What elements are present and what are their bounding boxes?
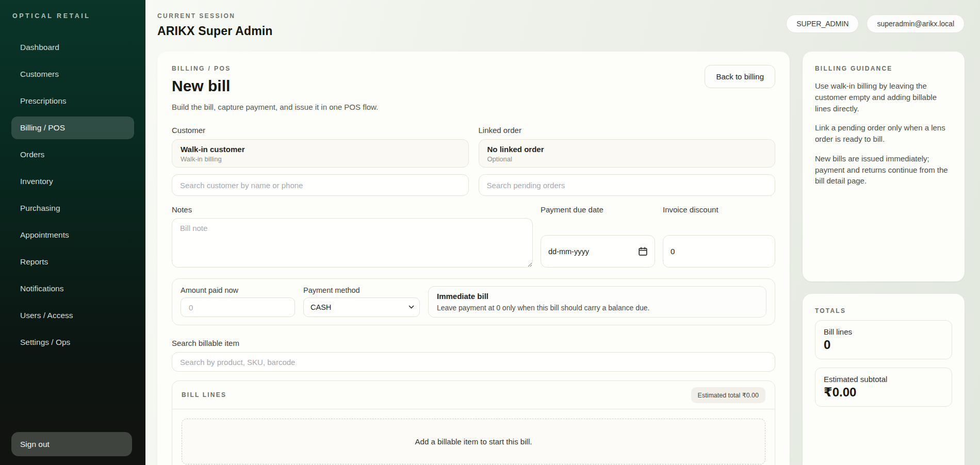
payment-method-select[interactable]: CASH xyxy=(303,297,420,317)
customer-selection-title: Walk-in customer xyxy=(181,145,460,154)
billing-pos-eyebrow: BILLING / POS xyxy=(172,65,378,72)
bill-lines-stat: Bill lines 0 xyxy=(815,320,952,359)
pending-orders-search-input[interactable] xyxy=(479,174,776,196)
notes-row: Notes Payment due date dd-mm-yyyy xyxy=(172,205,775,268)
guidance-paragraph: Use walk-in billing by leaving the custo… xyxy=(815,80,952,114)
payment-due-date-label: Payment due date xyxy=(541,205,655,214)
notes-label: Notes xyxy=(172,205,533,214)
guidance-paragraph: New bills are issued immediately; paymen… xyxy=(815,153,952,187)
linked-order-selection-subtitle: Optional xyxy=(487,155,767,163)
billable-item-search-input[interactable] xyxy=(172,352,775,372)
bill-lines-heading: BILL LINES xyxy=(182,391,226,398)
sidebar-item-prescriptions[interactable]: Prescriptions xyxy=(11,90,134,112)
due-date-column: Payment due date dd-mm-yyyy xyxy=(541,205,655,268)
linked-order-column: Linked order No linked order Optional xyxy=(479,126,776,196)
invoice-discount-column: Invoice discount xyxy=(663,205,775,268)
payment-method-select-wrap: CASH xyxy=(303,297,420,317)
sidebar-item-inventory[interactable]: Inventory xyxy=(11,170,134,193)
bill-lines-stat-label: Bill lines xyxy=(824,327,943,336)
bill-lines-header: BILL LINES Estimated total ₹0.00 xyxy=(172,381,775,409)
linked-order-label: Linked order xyxy=(479,126,776,135)
sidebar-item-dashboard[interactable]: Dashboard xyxy=(11,36,134,59)
sidebar-item-users-access[interactable]: Users / Access xyxy=(11,304,134,327)
totals-heading: TOTALS xyxy=(815,307,952,314)
invoice-discount-label: Invoice discount xyxy=(663,205,775,214)
customer-selection-subtitle: Walk-in billing xyxy=(181,155,460,163)
estimated-subtotal-stat: Estimated subtotal ₹0.00 xyxy=(815,368,952,407)
sidebar-item-reports[interactable]: Reports xyxy=(11,251,134,273)
guidance-paragraph: Link a pending order only when a lens or… xyxy=(815,122,952,145)
notes-column: Notes xyxy=(172,205,533,268)
right-column: BILLING GUIDANCE Use walk-in billing by … xyxy=(803,52,965,465)
amount-paid-input[interactable] xyxy=(181,297,295,317)
linked-order-selection-box[interactable]: No linked order Optional xyxy=(479,139,776,168)
sidebar: OPTICAL RETAIL Dashboard Customers Presc… xyxy=(0,0,145,465)
page-subtitle: Build the bill, capture payment, and iss… xyxy=(172,103,378,111)
customer-column: Customer Walk-in customer Walk-in billin… xyxy=(172,126,469,196)
customer-label: Customer xyxy=(172,126,469,135)
calendar-icon[interactable] xyxy=(639,247,647,256)
bill-note-textarea[interactable] xyxy=(172,218,533,268)
app-brand: OPTICAL RETAIL xyxy=(8,12,137,20)
sidebar-item-notifications[interactable]: Notifications xyxy=(11,277,134,300)
customer-selection-box[interactable]: Walk-in customer Walk-in billing xyxy=(172,139,469,168)
estimated-subtotal-stat-value: ₹0.00 xyxy=(824,385,943,400)
customer-search-input[interactable] xyxy=(172,174,469,196)
sidebar-item-appointments[interactable]: Appointments xyxy=(11,224,134,246)
back-to-billing-button[interactable]: Back to billing xyxy=(705,65,775,88)
page-title: New bill xyxy=(172,77,378,95)
payment-method-label: Payment method xyxy=(303,286,420,294)
session-eyebrow: CURRENT SESSION xyxy=(157,12,273,20)
immediate-bill-description: Leave payment at 0 only when this bill s… xyxy=(437,304,758,312)
payment-row: Amount paid now Payment method CASH xyxy=(172,278,775,325)
session-title: ARIKX Super Admin xyxy=(157,24,273,38)
bill-lines-stat-value: 0 xyxy=(824,338,943,352)
billing-guidance-card: BILLING GUIDANCE Use walk-in billing by … xyxy=(803,52,965,281)
bill-lines-panel: BILL LINES Estimated total ₹0.00 Add a b… xyxy=(172,380,775,465)
sidebar-nav: Dashboard Customers Prescriptions Billin… xyxy=(8,36,137,354)
email-badge: superadmin@arikx.local xyxy=(867,14,965,33)
customer-order-row: Customer Walk-in customer Walk-in billin… xyxy=(172,126,775,196)
account-badges: SUPER_ADMIN superadmin@arikx.local xyxy=(786,14,965,33)
invoice-discount-input[interactable] xyxy=(663,235,775,268)
sidebar-item-purchasing[interactable]: Purchasing xyxy=(11,197,134,220)
totals-card: TOTALS Bill lines 0 Estimated subtotal ₹… xyxy=(803,294,965,465)
linked-order-selection-title: No linked order xyxy=(487,145,767,154)
main-area: CURRENT SESSION ARIKX Super Admin SUPER_… xyxy=(145,0,980,465)
payment-method-column: Payment method CASH xyxy=(303,286,420,318)
role-badge: SUPER_ADMIN xyxy=(786,14,859,33)
billable-search-label: Search billable item xyxy=(172,339,775,347)
bill-card-header: BILLING / POS New bill Build the bill, c… xyxy=(172,65,775,111)
immediate-bill-title: Immediate bill xyxy=(437,292,758,301)
estimated-subtotal-stat-label: Estimated subtotal xyxy=(824,375,943,384)
sidebar-item-customers[interactable]: Customers xyxy=(11,63,134,86)
estimated-total-badge: Estimated total ₹0.00 xyxy=(691,387,765,403)
immediate-bill-note: Immediate bill Leave payment at 0 only w… xyxy=(428,286,766,318)
sign-out-button[interactable]: Sign out xyxy=(11,432,132,456)
sidebar-item-orders[interactable]: Orders xyxy=(11,143,134,166)
amount-paid-column: Amount paid now xyxy=(181,286,295,318)
bill-lines-body: Add a billable item to start this bill. xyxy=(172,409,775,465)
content-columns: BILLING / POS New bill Build the bill, c… xyxy=(157,52,965,465)
sidebar-item-settings-ops[interactable]: Settings / Ops xyxy=(11,331,134,354)
top-bar: CURRENT SESSION ARIKX Super Admin SUPER_… xyxy=(157,12,965,38)
billing-guidance-heading: BILLING GUIDANCE xyxy=(815,65,952,72)
payment-due-date-input[interactable]: dd-mm-yyyy xyxy=(541,235,655,268)
amount-paid-label: Amount paid now xyxy=(181,286,295,294)
date-placeholder-text: dd-mm-yyyy xyxy=(548,247,633,256)
bill-card-titles: BILLING / POS New bill Build the bill, c… xyxy=(172,65,378,111)
sidebar-item-billing-pos[interactable]: Billing / POS xyxy=(11,117,134,139)
session-block: CURRENT SESSION ARIKX Super Admin xyxy=(157,12,273,38)
bill-lines-empty-state: Add a billable item to start this bill. xyxy=(182,419,765,464)
new-bill-card: BILLING / POS New bill Build the bill, c… xyxy=(157,52,790,465)
